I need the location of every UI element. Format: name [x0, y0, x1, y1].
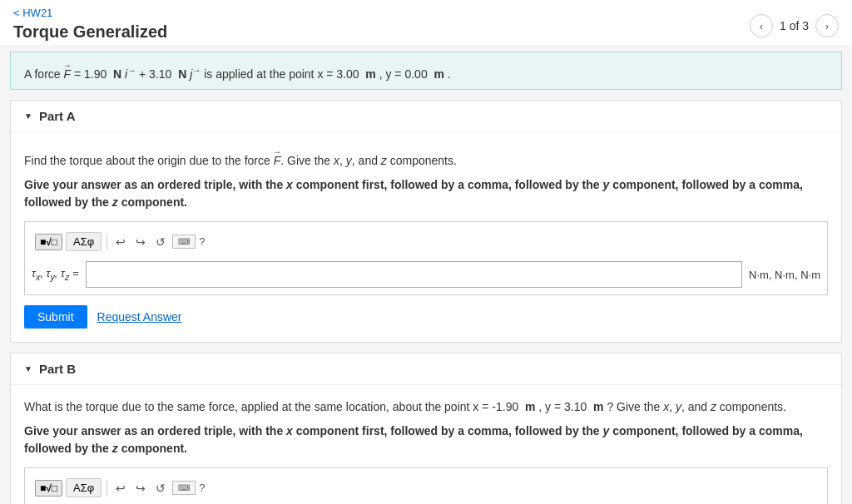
matrix-btn-a[interactable]: ■√□: [35, 234, 62, 250]
unit-label-a: N·m, N·m, N·m: [749, 269, 820, 281]
top-nav: HW21 Torque Generalized ‹ 1 of 3 ›: [0, 0, 852, 45]
answer-input-a[interactable]: [86, 261, 742, 288]
question-a-text: Find the torque about the origin due to …: [24, 146, 828, 170]
redo-btn-b[interactable]: ↪: [132, 480, 149, 497]
section-b: ▼ Part B What is the torque due to the s…: [10, 353, 842, 504]
section-a-header[interactable]: ▼ Part A: [11, 101, 841, 132]
greek-btn-a[interactable]: ΑΣφ: [66, 232, 102, 251]
keyboard-btn-a[interactable]: ⌨: [172, 235, 196, 249]
next-page-button[interactable]: ›: [815, 14, 839, 37]
instruction-b: Give your answer as an ordered triple, w…: [24, 422, 828, 457]
input-row-a: τx, τy, τz = N·m, N·m, N·m: [32, 261, 820, 288]
matrix-btn-b[interactable]: ■√□: [35, 480, 62, 497]
page-title: Torque Generalized: [13, 19, 167, 45]
answer-label-a: τx, τy, τz =: [32, 267, 79, 282]
toolbar-b: ■√□ ΑΣφ ↩ ↪ ↺ ⌨ ?: [32, 475, 820, 501]
section-b-header[interactable]: ▼ Part B: [11, 353, 841, 385]
request-answer-a[interactable]: Request Answer: [97, 310, 182, 324]
section-a: ▼ Part A Find the torque about the origi…: [10, 100, 842, 343]
keyboard-btn-b[interactable]: ⌨: [172, 481, 196, 495]
sep-b1: [106, 480, 107, 497]
sep-a1: [106, 234, 107, 250]
section-b-body: What is the torque due to the same force…: [11, 385, 841, 504]
refresh-btn-a[interactable]: ↺: [152, 234, 169, 250]
instruction-a: Give your answer as an ordered triple, w…: [24, 176, 828, 211]
answer-box-b: ■√□ ΑΣφ ↩ ↪ ↺ ⌨ ? τx, τy, τz = N·m, N·m,…: [24, 467, 828, 504]
undo-btn-b[interactable]: ↩: [112, 480, 129, 497]
hw-link[interactable]: HW21: [13, 7, 167, 19]
section-a-body: Find the torque about the origin due to …: [11, 132, 841, 342]
submit-btn-a[interactable]: Submit: [24, 305, 87, 329]
toolbar-a: ■√□ ΑΣφ ↩ ↪ ↺ ⌨ ?: [32, 229, 820, 254]
info-box: A force →F = 1.90 N i→ + 3.10 N j→ is ap…: [10, 52, 842, 90]
help-btn-a[interactable]: ?: [199, 235, 205, 248]
undo-btn-a[interactable]: ↩: [112, 234, 129, 250]
button-row-a: Submit Request Answer: [24, 305, 828, 329]
part-b-label: Part B: [39, 362, 76, 376]
refresh-btn-b[interactable]: ↺: [152, 480, 169, 497]
question-b-text: What is the torque due to the same force…: [24, 398, 828, 416]
main-content: ▼ Part A Find the torque about the origi…: [0, 100, 852, 504]
answer-box-a: ■√□ ΑΣφ ↩ ↪ ↺ ⌨ ? τx, τy, τz = N·m, N·m,…: [24, 221, 828, 295]
pagination-text: 1 of 3: [780, 19, 809, 32]
redo-btn-a[interactable]: ↪: [132, 234, 149, 250]
top-bar: HW21 Torque Generalized ‹ 1 of 3 ›: [0, 0, 852, 45]
triangle-b: ▼: [24, 364, 32, 373]
triangle-a: ▼: [24, 111, 32, 121]
greek-btn-b[interactable]: ΑΣφ: [66, 478, 102, 497]
part-a-label: Part A: [39, 109, 76, 123]
help-btn-b[interactable]: ?: [199, 482, 205, 494]
pagination: ‹ 1 of 3 ›: [750, 14, 839, 37]
prev-page-button[interactable]: ‹: [750, 14, 773, 37]
